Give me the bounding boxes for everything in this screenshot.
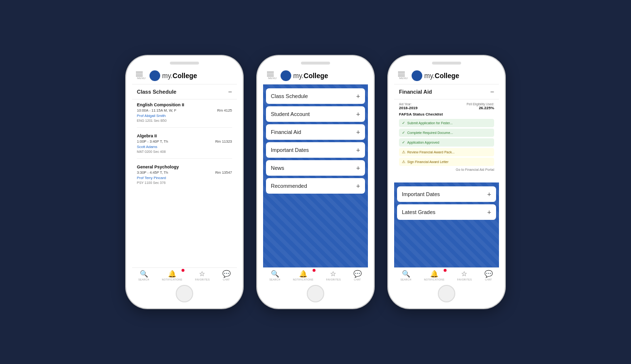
notification-badge-3 xyxy=(444,269,447,272)
financial-screen: Financial Aid − Aid Year: 2018-2019 Pell… xyxy=(394,84,499,267)
nav-search-1[interactable]: 🔍 SEARCH xyxy=(138,270,149,281)
accordion-item[interactable]: Student Account + xyxy=(266,106,365,122)
class-prof[interactable]: Scott Adams xyxy=(137,145,232,149)
bottom-nav-1: 🔍 SEARCH 🔔 NOTIFICATIONS ☆ FAVORITES 💬 C… xyxy=(132,267,237,282)
accordion-item[interactable]: Recommended + xyxy=(266,178,365,194)
aid-year-row: Aid Year: 2018-2019 Pell Eligibility Use… xyxy=(399,102,494,110)
search-icon-2: 🔍 xyxy=(271,270,279,278)
bottom-accordion-icon: + xyxy=(487,209,491,215)
schedule-collapse-btn[interactable]: − xyxy=(228,88,232,96)
app-header-2: MENU my.College xyxy=(263,67,368,84)
search-icon-3: 🔍 xyxy=(402,270,410,278)
financial-content: Aid Year: 2018-2019 Pell Eligibility Use… xyxy=(394,99,499,182)
checklist-item[interactable]: ✓Submit Application for Feder... xyxy=(399,119,494,127)
checklist-item[interactable]: ✓Complete Required Docume... xyxy=(399,129,494,137)
menu-label-1: MENU xyxy=(137,77,146,80)
checklist-text: Sign Financial Award Letter xyxy=(407,160,448,164)
nav-favorites-3[interactable]: ☆ FAVORITES xyxy=(457,270,472,281)
notification-badge-2 xyxy=(313,269,316,272)
accordion-expand-icon: + xyxy=(356,111,360,117)
nav-chat-2[interactable]: 💬 CHAT xyxy=(353,270,362,281)
nav-notifications-2[interactable]: 🔔 NOTIFICATIONS xyxy=(293,270,314,281)
accordion-expand-icon: + xyxy=(356,147,360,153)
class-item: General Psychology 3:30P - 4:45P T, Th R… xyxy=(137,165,232,189)
bottom-accordion-label: Latest Grades xyxy=(402,209,435,215)
notification-badge-1 xyxy=(182,269,184,272)
accordion-label: Financial Aid xyxy=(271,129,301,135)
checklist-item[interactable]: ⚠Sign Financial Award Letter xyxy=(399,158,494,166)
financial-title: Financial Aid xyxy=(399,89,432,95)
logo-circle-1 xyxy=(149,70,160,81)
accordion-expand-icon: + xyxy=(356,165,360,171)
app-header-1: MENU my.College xyxy=(132,67,237,84)
logo-text-1: my.College xyxy=(162,72,197,80)
checklist-item[interactable]: ✓Application Approved xyxy=(399,138,494,147)
accordion-label: News xyxy=(271,165,284,171)
page-wrapper: MENU my.College Class Schedule − English… xyxy=(0,0,631,364)
logo-text-2: my.College xyxy=(293,72,328,80)
menu-icon-1[interactable] xyxy=(136,72,143,77)
nav-search-2[interactable]: 🔍 SEARCH xyxy=(269,270,281,281)
accordion-item[interactable]: Important Dates + xyxy=(266,142,365,158)
bottom-accordion-item[interactable]: Latest Grades + xyxy=(397,204,496,220)
aid-year-value: 2018-2019 xyxy=(399,106,417,110)
bell-icon-2: 🔔 xyxy=(299,270,307,278)
search-icon-1: 🔍 xyxy=(140,270,148,278)
checklist-item[interactable]: ⚠Review Financial Award Pack... xyxy=(399,148,494,156)
portal-link[interactable]: Go to Financial Aid Portal xyxy=(399,168,494,171)
pell-label: Pell Eligibility Used: xyxy=(466,102,494,106)
accordion-item[interactable]: News + xyxy=(266,160,365,176)
nav-search-3[interactable]: 🔍 SEARCH xyxy=(400,270,412,281)
accordion-label: Important Dates xyxy=(271,147,309,153)
bottom-nav-2: 🔍 SEARCH 🔔 NOTIFICATIONS ☆ FAVORITES 💬 C… xyxy=(263,267,368,282)
financial-bottom: Important Dates + Latest Grades + xyxy=(394,182,499,267)
accordion-item[interactable]: Class Schedule + xyxy=(266,88,365,104)
check-icon: ✓ xyxy=(402,131,405,135)
phone-2-screen: MENU my.College Class Schedule + Student… xyxy=(263,67,368,282)
nav-chat-1[interactable]: 💬 CHAT xyxy=(222,270,231,281)
class-code: MAT 0200 Sec 408 xyxy=(137,150,232,153)
checklist-text: Application Approved xyxy=(407,141,439,144)
class-prof[interactable]: Prof Abigail Smith xyxy=(137,114,232,118)
aid-year-label: Aid Year: xyxy=(399,102,417,106)
phone-notch-3 xyxy=(432,62,461,65)
checklist-container: ✓Submit Application for Feder...✓Complet… xyxy=(399,119,494,166)
class-name: General Psychology xyxy=(137,165,232,169)
star-icon-2: ☆ xyxy=(330,270,336,278)
class-prof[interactable]: Prof Terry Pincard xyxy=(137,176,232,180)
chat-icon-2: 💬 xyxy=(353,270,362,278)
phone-3: MENU my.College Financial Aid − Aid Year… xyxy=(388,56,505,308)
app-header-3: MENU my.College xyxy=(394,67,499,84)
class-name: Algebra II xyxy=(137,133,232,138)
nav-notifications-3[interactable]: 🔔 NOTIFICATIONS xyxy=(424,270,445,281)
menu-icon-3[interactable] xyxy=(398,72,405,77)
bottom-accordion-item[interactable]: Important Dates + xyxy=(397,186,496,202)
menu-icon-2[interactable] xyxy=(267,72,274,77)
bottom-accordion-label: Important Dates xyxy=(402,191,440,197)
warn-icon: ⚠ xyxy=(402,160,405,164)
home-button-3[interactable] xyxy=(438,285,455,302)
home-button-2[interactable] xyxy=(307,285,324,302)
class-time: 10:00A - 11:15A M, W, F Rm 4125 xyxy=(137,108,232,113)
checklist-text: Review Financial Award Pack... xyxy=(407,150,455,154)
nav-favorites-1[interactable]: ☆ FAVORITES xyxy=(195,270,210,281)
nav-chat-3[interactable]: 💬 CHAT xyxy=(484,270,493,281)
home-button-1[interactable] xyxy=(176,285,193,302)
star-icon-1: ☆ xyxy=(199,270,205,278)
star-icon-3: ☆ xyxy=(461,270,467,278)
logo-circle-3 xyxy=(412,70,422,81)
financial-collapse-btn[interactable]: − xyxy=(490,88,494,96)
phone-1: MENU my.College Class Schedule − English… xyxy=(126,56,243,308)
class-time: 3:30P - 4:45P T, Th Rm 13547 xyxy=(137,170,232,175)
class-item: English Composition II 10:00A - 11:15A M… xyxy=(137,102,232,128)
menu-label-3: MENU xyxy=(399,77,408,80)
check-icon: ✓ xyxy=(402,140,405,145)
chat-icon-3: 💬 xyxy=(484,270,493,278)
class-code: ENG 1201 Sec B50 xyxy=(137,119,232,122)
checklist-text: Submit Application for Feder... xyxy=(407,121,452,125)
accordion-label: Recommended xyxy=(271,183,307,189)
phone-1-screen: MENU my.College Class Schedule − English… xyxy=(132,67,237,282)
nav-favorites-2[interactable]: ☆ FAVORITES xyxy=(326,270,341,281)
accordion-item[interactable]: Financial Aid + xyxy=(266,124,365,140)
nav-notifications-1[interactable]: 🔔 NOTIFICATIONS xyxy=(162,270,183,281)
